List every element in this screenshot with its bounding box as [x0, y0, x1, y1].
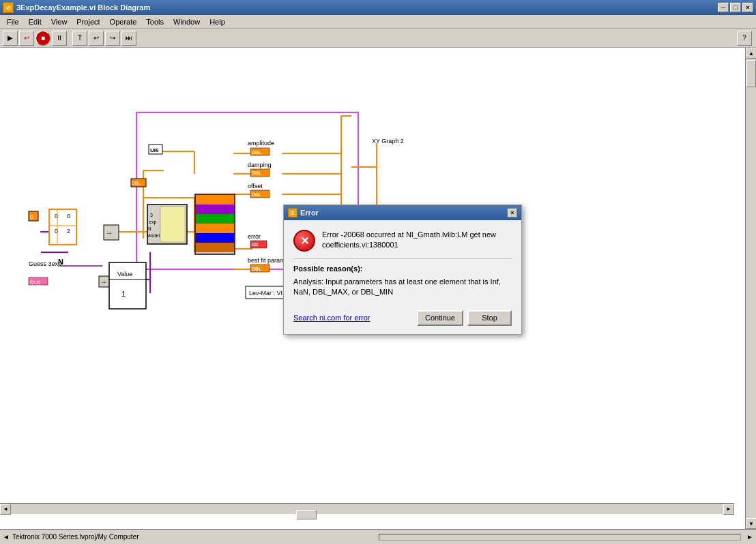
- scroll-right-button[interactable]: ►: [723, 504, 734, 515]
- svg-text:Model: Model: [147, 233, 160, 238]
- scroll-left-button[interactable]: ◄: [0, 504, 11, 515]
- error-dialog: E Error × ✕ Error -20068 occurred at NI_…: [283, 205, 522, 335]
- svg-text:→: →: [100, 278, 107, 286]
- dialog-separator: [293, 258, 512, 259]
- dialog-title-icon: E: [288, 208, 297, 217]
- skip-button[interactable]: ⏭: [121, 31, 136, 46]
- main-area: UI6 DBL 3 exp fit Model Lev-Mar : VI: [0, 48, 756, 529]
- scroll-down-button[interactable]: ▼: [746, 518, 756, 529]
- title-bar-controls: ─ □ ×: [718, 3, 753, 12]
- svg-rect-80: [109, 262, 146, 309]
- scroll-thumb-h[interactable]: [296, 510, 317, 519]
- error-icon: ✕: [293, 230, 315, 252]
- minimize-button[interactable]: ─: [718, 3, 729, 12]
- svg-text:f(x,y): f(x,y): [30, 279, 41, 285]
- vertical-scrollbar[interactable]: ▲ ▼: [745, 48, 756, 529]
- menu-window[interactable]: Window: [169, 17, 204, 27]
- svg-text:Value: Value: [117, 271, 132, 277]
- svg-text:3: 3: [150, 213, 153, 217]
- svg-rect-65: [49, 209, 76, 245]
- undo-button[interactable]: ↩: [89, 31, 104, 46]
- run-button[interactable]: ▶: [3, 31, 18, 46]
- dialog-buttons: Continue Stop: [417, 310, 512, 326]
- window-title: 3ExpDecayExample.vi Block Diagram: [16, 3, 150, 12]
- title-bar: VI 3ExpDecayExample.vi Block Diagram ─ □…: [0, 0, 756, 15]
- possible-reasons-label: Possible reason(s):: [293, 265, 512, 273]
- toolbar: ▶ ↩ ■ ⏸ T ↩ ↪ ⏭ ?: [0, 29, 756, 48]
- svg-rect-34: [160, 207, 185, 242]
- svg-text:amplitude: amplitude: [248, 140, 274, 147]
- dialog-close-button[interactable]: ×: [508, 209, 517, 217]
- menu-tools[interactable]: Tools: [142, 17, 168, 27]
- title-bar-icon: VI: [3, 2, 14, 13]
- svg-text:1: 1: [121, 290, 126, 298]
- maximize-button[interactable]: □: [730, 3, 741, 12]
- close-button[interactable]: ×: [742, 3, 753, 12]
- svg-text:0: 0: [30, 213, 33, 220]
- pause-button[interactable]: ⏸: [52, 31, 67, 46]
- dialog-title-left: E Error: [288, 208, 319, 217]
- text-settings-button[interactable]: T: [72, 31, 87, 46]
- svg-rect-40: [196, 233, 234, 243]
- svg-text:DBL: DBL: [132, 181, 141, 185]
- dialog-body: ✕ Error -20068 occurred at NI_Gmath.lvli…: [284, 220, 521, 305]
- abort-button[interactable]: ↩: [19, 31, 34, 46]
- dialog-error-row: ✕ Error -20068 occurred at NI_Gmath.lvli…: [293, 230, 512, 252]
- dialog-title-text: Error: [300, 209, 319, 217]
- block-diagram-canvas[interactable]: UI6 DBL 3 exp fit Model Lev-Mar : VI: [0, 48, 745, 529]
- scroll-up-button[interactable]: ▲: [746, 48, 756, 59]
- menu-help[interactable]: Help: [205, 17, 229, 27]
- scroll-track-v[interactable]: [746, 59, 756, 518]
- svg-text:DBL: DBL: [252, 192, 262, 197]
- search-ni-link[interactable]: Search ni.com for error: [293, 314, 370, 322]
- scroll-right-status[interactable]: ►: [746, 533, 753, 541]
- svg-rect-37: [196, 205, 234, 214]
- menu-operate[interactable]: Operate: [106, 17, 141, 27]
- horizontal-scrollbar[interactable]: ◄ ►: [0, 503, 734, 514]
- svg-text:DBL: DBL: [252, 150, 262, 155]
- menu-bar: File Edit View Project Operate Tools Win…: [0, 15, 756, 29]
- menu-edit[interactable]: Edit: [25, 17, 46, 27]
- stop-button[interactable]: Stop: [467, 310, 512, 326]
- svg-rect-41: [196, 243, 234, 252]
- reason-text: Analysis: Input parameters has at least …: [293, 277, 512, 298]
- svg-text:XY Graph 2: XY Graph 2: [372, 138, 404, 145]
- svg-text:Lev-Mar : VI: Lev-Mar : VI: [249, 290, 282, 297]
- continue-button[interactable]: Continue: [417, 310, 463, 326]
- svg-text:→: →: [106, 229, 113, 237]
- status-bar: ◄ Tektronix 7000 Series.lvproj/My Comput…: [0, 529, 756, 544]
- svg-text:0: 0: [67, 213, 70, 220]
- status-path: Tektronix 7000 Series.lvproj/My Computer: [12, 533, 373, 541]
- svg-text:damping: damping: [248, 162, 272, 168]
- menu-project[interactable]: Project: [72, 17, 104, 27]
- svg-text:fit: fit: [147, 226, 151, 231]
- svg-rect-36: [196, 195, 234, 205]
- svg-text:exp: exp: [149, 220, 156, 225]
- dialog-footer: Search ni.com for error Continue Stop: [284, 305, 521, 334]
- svg-text:DBL: DBL: [252, 267, 262, 271]
- svg-text:offset: offset: [248, 183, 263, 190]
- menu-view[interactable]: View: [47, 17, 72, 27]
- svg-rect-38: [196, 214, 234, 224]
- help-icon-button[interactable]: ?: [737, 31, 752, 46]
- stop-toolbar-button[interactable]: ■: [35, 31, 50, 46]
- menu-file[interactable]: File: [3, 17, 23, 27]
- svg-text:UI6: UI6: [150, 147, 159, 153]
- dialog-title-bar: E Error ×: [284, 205, 521, 220]
- redo-button[interactable]: ↪: [105, 31, 120, 46]
- scroll-left-status[interactable]: ◄: [3, 533, 10, 541]
- svg-text:2: 2: [67, 228, 70, 235]
- svg-text:I32: I32: [252, 242, 259, 247]
- svg-text:DBL: DBL: [252, 170, 262, 175]
- svg-text:Guess 3exp: Guess 3exp: [29, 260, 61, 267]
- error-message: Error -20068 occurred at NI_Gmath.lvlib:…: [322, 230, 512, 251]
- svg-text:error: error: [248, 233, 261, 240]
- scroll-thumb-v[interactable]: [746, 60, 756, 87]
- svg-rect-39: [196, 224, 234, 233]
